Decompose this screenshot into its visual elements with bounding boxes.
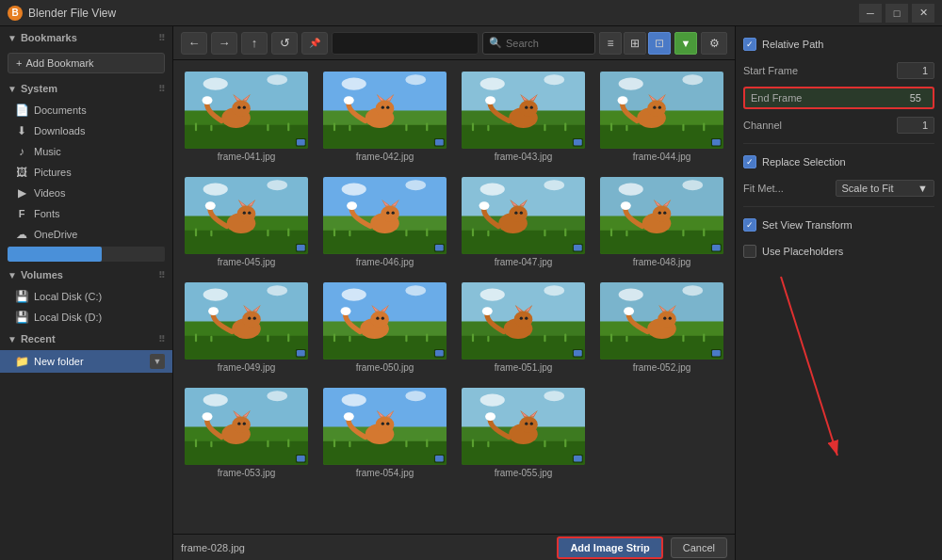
- volumes-section-header[interactable]: ▼ Volumes ⠿: [0, 264, 172, 286]
- svg-rect-255: [210, 440, 212, 447]
- file-thumbnail: [462, 282, 585, 360]
- start-frame-value[interactable]: 1: [897, 62, 934, 79]
- minimize-button[interactable]: ─: [859, 4, 882, 23]
- bookmarks-section-header[interactable]: ▼ Bookmarks ⠿: [0, 26, 172, 49]
- svg-point-282: [544, 391, 564, 401]
- bookmark-add-button[interactable]: 📌: [301, 32, 328, 55]
- svg-rect-256: [267, 440, 268, 447]
- svg-rect-34: [333, 123, 335, 132]
- svg-rect-296: [544, 440, 545, 447]
- back-button[interactable]: ←: [181, 32, 207, 55]
- disk-d-icon: 💾: [15, 311, 28, 324]
- sidebar-item-downloads[interactable]: ⬇ Downloads: [0, 120, 172, 141]
- volumes-arrow-icon: ▼: [8, 270, 17, 280]
- add-image-strip-button[interactable]: Add Image Strip: [557, 536, 662, 559]
- thumb-svg: [185, 388, 308, 465]
- svg-rect-79: [712, 139, 721, 146]
- svg-point-91: [243, 211, 246, 214]
- file-item[interactable]: frame-050.jpg: [319, 279, 450, 376]
- close-button[interactable]: ✕: [912, 4, 934, 23]
- sidebar-item-local-c[interactable]: 💾 Local Disk (C:): [0, 286, 172, 307]
- file-item[interactable]: frame-045.jpg: [181, 173, 312, 271]
- add-bookmark-label: Add Bookmark: [25, 57, 93, 69]
- add-bookmark-button[interactable]: + Add Bookmark: [8, 53, 165, 73]
- settings-button[interactable]: ⚙: [701, 32, 727, 55]
- refresh-button[interactable]: ↺: [271, 32, 298, 55]
- file-name: frame-049.jpg: [185, 362, 308, 373]
- file-item[interactable]: frame-041.jpg: [181, 68, 312, 166]
- svg-rect-155: [625, 231, 627, 237]
- file-item[interactable]: frame-042.jpg: [319, 68, 450, 166]
- local-c-label: Local Disk (C:): [34, 291, 102, 302]
- svg-rect-99: [297, 245, 305, 251]
- sidebar-item-onedrive[interactable]: ☁ OneDrive: [0, 224, 172, 245]
- sidebar-item-new-folder[interactable]: 📁 New folder ▼: [0, 350, 172, 373]
- svg-point-13: [203, 96, 213, 104]
- up-button[interactable]: ↑: [241, 32, 268, 55]
- search-input[interactable]: [506, 38, 581, 49]
- use-placeholders-checkbox-label[interactable]: Use Placeholders: [743, 245, 843, 258]
- path-input[interactable]: [332, 32, 479, 55]
- svg-rect-95: [210, 231, 212, 237]
- system-section-header[interactable]: ▼ System ⠿: [0, 77, 172, 100]
- new-folder-expand-button[interactable]: ▼: [150, 354, 165, 369]
- end-frame-value[interactable]: 55: [889, 90, 927, 105]
- svg-point-73: [618, 96, 628, 104]
- set-view-transform-checkbox-label[interactable]: ✓ Set View Transform: [743, 218, 853, 232]
- file-item[interactable]: frame-047.jpg: [458, 173, 589, 271]
- file-item[interactable]: frame-054.jpg: [319, 384, 450, 482]
- filter-button[interactable]: ▼: [674, 32, 697, 55]
- maximize-button[interactable]: □: [885, 4, 908, 23]
- file-name: frame-051.jpg: [462, 362, 585, 373]
- file-item[interactable]: frame-049.jpg: [181, 279, 312, 376]
- replace-selection-checkbox-label[interactable]: ✓ Replace Selection: [743, 155, 846, 168]
- fit-method-dropdown[interactable]: Scale to Fit ▼: [836, 180, 935, 197]
- file-item[interactable]: frame-053.jpg: [181, 384, 312, 482]
- file-item[interactable]: frame-052.jpg: [596, 279, 727, 376]
- svg-point-142: [682, 180, 703, 190]
- set-view-transform-checkbox[interactable]: ✓: [743, 218, 756, 232]
- sidebar-item-music[interactable]: ♪ Music: [0, 141, 172, 162]
- fit-method-row: Fit Met... Scale to Fit ▼: [743, 178, 934, 199]
- svg-point-233: [624, 307, 634, 315]
- svg-point-133: [479, 201, 490, 210]
- svg-point-53: [485, 96, 495, 104]
- file-item[interactable]: frame-055.jpg: [458, 384, 589, 482]
- folder-icon: 📁: [15, 355, 28, 368]
- recent-section-header[interactable]: ▼ Recent ⠿: [0, 328, 172, 350]
- svg-rect-294: [472, 439, 474, 447]
- file-item[interactable]: frame-046.jpg: [319, 173, 450, 271]
- sidebar-item-documents[interactable]: 📄 Documents: [0, 100, 172, 120]
- sidebar-item-fonts[interactable]: F Fonts: [0, 203, 172, 224]
- sidebar-scrollbar[interactable]: [8, 247, 165, 262]
- grid-view-button[interactable]: ⊞: [624, 32, 646, 55]
- svg-point-246: [232, 416, 251, 432]
- file-name: frame-042.jpg: [323, 152, 447, 162]
- svg-point-222: [682, 285, 703, 296]
- file-item[interactable]: frame-051.jpg: [458, 279, 589, 376]
- channel-row: Channel 1: [743, 115, 934, 136]
- thumb-svg: [600, 177, 723, 254]
- svg-rect-196: [405, 334, 407, 342]
- cancel-button[interactable]: Cancel: [671, 537, 727, 558]
- sidebar-item-local-d[interactable]: 💾 Local Disk (D:): [0, 307, 172, 328]
- list-view-button[interactable]: ≡: [599, 32, 622, 55]
- system-label: System: [21, 83, 57, 94]
- file-item[interactable]: frame-044.jpg: [596, 68, 727, 166]
- file-item[interactable]: frame-043.jpg: [458, 68, 589, 166]
- svg-rect-115: [349, 231, 350, 237]
- dropdown-arrow-icon: ▼: [918, 183, 928, 194]
- relative-path-checkbox[interactable]: ✓: [743, 38, 756, 51]
- sidebar-item-videos[interactable]: ▶ Videos: [0, 183, 172, 203]
- use-placeholders-checkbox[interactable]: [743, 245, 756, 258]
- relative-path-checkbox-label[interactable]: ✓ Relative Path: [743, 38, 823, 51]
- svg-rect-299: [574, 456, 582, 462]
- replace-selection-checkbox[interactable]: ✓: [743, 155, 756, 168]
- svg-rect-197: [426, 333, 428, 342]
- file-item[interactable]: frame-048.jpg: [596, 173, 727, 271]
- channel-value[interactable]: 1: [897, 117, 934, 134]
- sidebar-item-pictures[interactable]: 🖼 Pictures: [0, 162, 172, 183]
- forward-button[interactable]: →: [211, 32, 237, 55]
- svg-point-281: [480, 393, 505, 406]
- thumb-view-button[interactable]: ⊡: [648, 32, 671, 55]
